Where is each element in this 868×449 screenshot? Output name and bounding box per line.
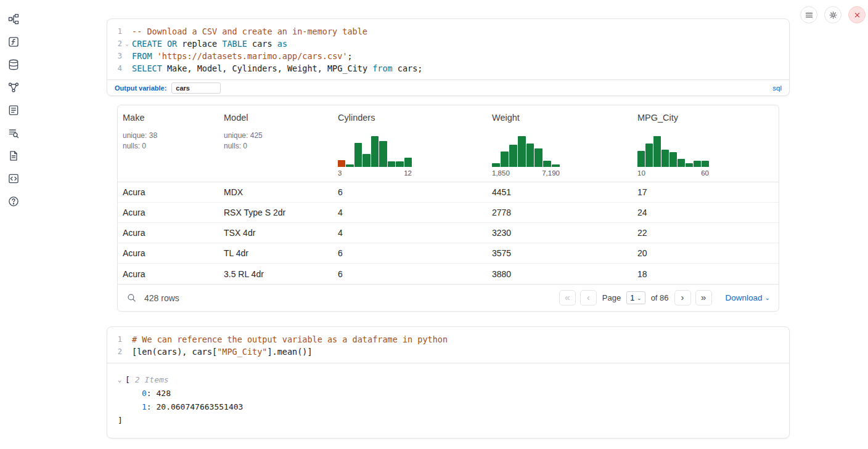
last-page-button[interactable]: » bbox=[695, 290, 712, 305]
table-row[interactable]: AcuraRSX Type S 2dr4277824 bbox=[118, 203, 779, 223]
fold-chevron-icon[interactable]: ⌄ bbox=[122, 38, 132, 50]
database-icon[interactable] bbox=[7, 58, 20, 71]
column-label: MPG_City bbox=[637, 113, 774, 123]
table-row[interactable]: AcuraTL 4dr6357520 bbox=[118, 243, 779, 264]
python-cell[interactable]: 1# We can reference the output variable … bbox=[107, 326, 790, 439]
histogram-bar bbox=[354, 143, 362, 167]
table-cell: 22 bbox=[633, 228, 779, 238]
histogram-bar bbox=[653, 136, 661, 167]
pagination: « ‹ Page 1 ⌄ of 86 › » bbox=[559, 290, 712, 305]
histogram-bar bbox=[552, 164, 560, 167]
code-line[interactable]: 1# We can reference the output variable … bbox=[107, 333, 789, 346]
table-cell: 4 bbox=[333, 228, 487, 238]
settings-button[interactable] bbox=[824, 6, 841, 23]
column-header[interactable]: Cylinders312 bbox=[333, 105, 487, 182]
code-line[interactable]: 4SELECT Make, Model, Cylinders, Weight, … bbox=[107, 62, 789, 75]
next-page-icon: › bbox=[681, 293, 684, 302]
next-page-button[interactable]: › bbox=[674, 290, 691, 305]
dependency-graph-icon[interactable] bbox=[7, 81, 20, 94]
table-cell: 6 bbox=[333, 269, 487, 279]
column-header[interactable]: Weight1,8507,190 bbox=[487, 105, 633, 182]
column-histogram[interactable]: 1,8507,190 bbox=[492, 135, 560, 177]
output-variable-input[interactable] bbox=[171, 83, 221, 94]
output-list-header: ⌄ [ 2 Items bbox=[118, 373, 789, 387]
file-tree-icon[interactable] bbox=[7, 12, 20, 25]
menu-button[interactable] bbox=[800, 6, 817, 23]
table-cell: Acura bbox=[118, 228, 219, 238]
column-header[interactable]: MPG_City1060 bbox=[633, 105, 779, 182]
histogram-bar bbox=[702, 161, 709, 167]
histogram-bar bbox=[362, 154, 370, 167]
histogram-bar bbox=[678, 159, 685, 167]
column-histogram[interactable]: 312 bbox=[338, 135, 412, 177]
table-cell: TL 4dr bbox=[219, 248, 333, 258]
scratchpad-icon[interactable] bbox=[7, 103, 20, 116]
column-label: Cylinders bbox=[338, 113, 482, 123]
help-icon[interactable] bbox=[7, 195, 20, 208]
documentation-icon[interactable] bbox=[7, 149, 20, 162]
sidebar bbox=[5, 12, 22, 208]
histogram-axis-labels: 1060 bbox=[637, 169, 709, 177]
table-row[interactable]: AcuraTSX 4dr4323022 bbox=[118, 223, 779, 243]
histogram-bar bbox=[509, 145, 517, 167]
prev-page-button[interactable]: ‹ bbox=[580, 290, 597, 305]
sql-cell-footer: Output variable: sql bbox=[107, 79, 789, 95]
shutdown-button[interactable] bbox=[848, 6, 866, 23]
table-row[interactable]: Acura3.5 RL 4dr6388018 bbox=[118, 264, 779, 284]
table-cell: TSX 4dr bbox=[219, 228, 333, 238]
column-stats: unique: 425nulls: 0 bbox=[224, 131, 328, 152]
table-cell: 3230 bbox=[487, 228, 633, 238]
gutter-spacer bbox=[122, 333, 132, 346]
table-cell: 2778 bbox=[487, 208, 633, 217]
histogram-axis-labels: 1,8507,190 bbox=[492, 169, 560, 177]
table-cell: Acura bbox=[118, 248, 219, 258]
table-cell: RSX Type S 2dr bbox=[219, 208, 333, 217]
histogram-bar bbox=[526, 144, 534, 167]
histogram-bar bbox=[661, 150, 669, 167]
download-button[interactable]: Download ⌄ bbox=[726, 293, 770, 302]
table-cell: 3880 bbox=[487, 269, 633, 279]
table-cell: 18 bbox=[633, 269, 779, 279]
column-header[interactable]: Modelunique: 425nulls: 0 bbox=[219, 105, 333, 182]
histogram-bar bbox=[492, 163, 500, 167]
functions-icon[interactable] bbox=[7, 35, 20, 48]
table-row[interactable]: AcuraMDX6445117 bbox=[118, 182, 779, 203]
column-header[interactable]: Makeunique: 38nulls: 0 bbox=[118, 105, 219, 182]
histogram-bar bbox=[501, 152, 509, 167]
table-cell: 6 bbox=[333, 187, 487, 197]
code-line[interactable]: 1-- Download a CSV and create an in-memo… bbox=[107, 25, 789, 38]
sql-cell[interactable]: 1-- Download a CSV and create an in-memo… bbox=[107, 18, 790, 96]
histogram-bar bbox=[379, 141, 387, 167]
gutter-spacer bbox=[122, 25, 132, 38]
code-line[interactable]: 3FROM 'https://datasets.marimo.app/cars.… bbox=[107, 50, 789, 62]
py-output-items: 0: 4281: 20.060747663551403 bbox=[118, 387, 789, 414]
column-label: Weight bbox=[492, 113, 628, 123]
table-cell: Acura bbox=[118, 269, 219, 279]
collapse-chevron-icon[interactable]: ⌄ bbox=[118, 373, 125, 387]
line-number: 4 bbox=[107, 62, 122, 75]
close-bracket: ] bbox=[118, 414, 789, 427]
item-count: 2 Items bbox=[135, 373, 169, 387]
output-list-item: 1: 20.060747663551403 bbox=[118, 400, 789, 414]
output-list-item: 0: 428 bbox=[118, 387, 789, 400]
snippets-icon[interactable] bbox=[7, 172, 20, 185]
page-select-value: 1 bbox=[630, 294, 634, 302]
column-stats: unique: 38nulls: 0 bbox=[123, 131, 214, 152]
histogram-bar bbox=[346, 164, 353, 167]
table-cell: Acura bbox=[118, 208, 219, 217]
chevron-down-icon: ⌄ bbox=[765, 294, 770, 301]
code-line[interactable]: 2[len(cars), cars["MPG_City"].mean()] bbox=[107, 346, 789, 358]
logs-icon[interactable] bbox=[7, 126, 20, 139]
py-code[interactable]: 1# We can reference the output variable … bbox=[107, 327, 789, 363]
page-select[interactable]: 1 ⌄ bbox=[626, 291, 645, 304]
histogram-bar bbox=[534, 148, 542, 167]
column-histogram[interactable]: 1060 bbox=[637, 135, 709, 177]
output-variable-label: Output variable: bbox=[115, 84, 166, 92]
first-page-button[interactable]: « bbox=[559, 290, 576, 305]
table-cell: 20 bbox=[633, 248, 779, 258]
histogram-bar bbox=[669, 152, 677, 167]
table-cell: 17 bbox=[633, 187, 779, 197]
search-icon[interactable] bbox=[126, 293, 137, 304]
code-line[interactable]: 2⌄CREATE OR replace TABLE cars as bbox=[107, 38, 789, 50]
sql-code[interactable]: 1-- Download a CSV and create an in-memo… bbox=[107, 19, 789, 79]
